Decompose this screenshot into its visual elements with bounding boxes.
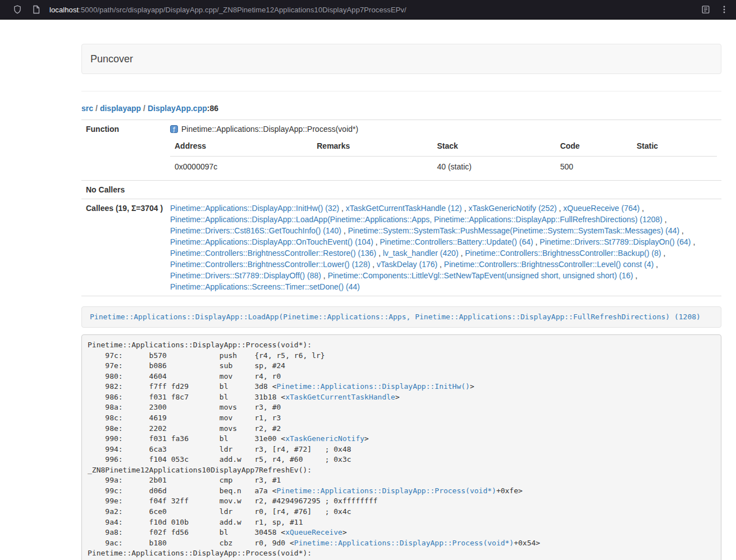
breadcrumb: src/displayapp/DisplayApp.cpp:86	[81, 104, 721, 113]
callee-link[interactable]: Pinetime::Controllers::BrightnessControl…	[170, 249, 376, 258]
callee-link[interactable]: Pinetime::Controllers::BrightnessControl…	[444, 260, 653, 269]
disassembly-symbol-link[interactable]: Pinetime::Applications::DisplayApp::Proc…	[294, 539, 514, 547]
callee-link[interactable]: xQueueReceive (764)	[563, 204, 639, 213]
menu-kebab-icon[interactable]	[719, 4, 729, 15]
disassembly-code: Pinetime::Applications::DisplayApp::Proc…	[81, 334, 721, 560]
stats-header-row: Address Remarks Stack Code Static	[170, 136, 717, 157]
callees-row: Callees (19, Σ=3704 ) Pinetime::Applicat…	[81, 199, 721, 296]
function-label: Function	[81, 120, 166, 181]
disassembly-symbol-link[interactable]: xTaskGenericNotify	[285, 434, 364, 443]
shield-icon[interactable]	[12, 4, 22, 15]
breadcrumb-separator: /	[141, 104, 148, 113]
callees-label: Callees (19, Σ=3704 )	[81, 199, 166, 296]
column-header-static: Static	[632, 136, 717, 157]
url-path: :5000/path/src/displayapp/DisplayApp.cpp…	[79, 6, 406, 14]
no-callers-value	[166, 181, 721, 199]
callee-link[interactable]: Pinetime::Drivers::St7789::DisplayOff() …	[170, 271, 321, 280]
callee-link[interactable]: Pinetime::Controllers::Battery::Update()…	[380, 237, 533, 246]
breadcrumb-link-displayapp[interactable]: displayapp	[100, 104, 141, 113]
callee-link[interactable]: Pinetime::Applications::DisplayApp::OnTo…	[170, 237, 373, 246]
disassembly-symbol-link[interactable]: Pinetime::Applications::DisplayApp::Init…	[277, 382, 470, 391]
callee-link[interactable]: lv_task_handler (420)	[383, 249, 459, 258]
no-callers-row: No Callers	[81, 181, 721, 199]
callee-link[interactable]: xTaskGetCurrentTaskHandle (12)	[346, 204, 462, 213]
app-title[interactable]: Puncover	[90, 53, 133, 65]
disassembly-symbol-link[interactable]: xQueueReceive	[285, 528, 342, 536]
callee-link[interactable]: vTaskDelay (176)	[377, 260, 437, 269]
disassembly-symbol-link[interactable]: xTaskGetCurrentTaskHandle	[285, 393, 395, 401]
callee-link[interactable]: Pinetime::System::SystemTask::PushMessag…	[348, 226, 680, 235]
function-table: Function ƒ Pinetime::Applications::Displ…	[81, 120, 721, 296]
selected-symbol-well: Pinetime::Applications::DisplayApp::Load…	[81, 306, 721, 328]
cell-stack: 40 (static)	[433, 157, 556, 177]
breadcrumb-line-number: :86	[207, 104, 218, 113]
function-stats-table: Address Remarks Stack Code Static 0x0000…	[170, 136, 717, 177]
function-symbol-icon: ƒ	[170, 125, 178, 133]
reader-mode-icon[interactable]	[701, 4, 711, 15]
breadcrumb-link-file[interactable]: DisplayApp.cpp	[148, 104, 207, 113]
cell-static	[632, 157, 717, 177]
app-navbar: Puncover	[81, 44, 721, 74]
cell-remarks	[312, 157, 432, 177]
page-info-icon[interactable]	[31, 4, 41, 15]
browser-toolbar: localhost:5000/path/src/displayapp/Displ…	[0, 0, 736, 20]
cell-address: 0x0000097c	[170, 157, 312, 177]
callee-link[interactable]: Pinetime::Controllers::BrightnessControl…	[170, 260, 370, 269]
column-header-remarks: Remarks	[312, 136, 432, 157]
divider	[81, 91, 721, 91]
url-host: localhost	[49, 6, 79, 14]
callee-link[interactable]: Pinetime::Applications::DisplayApp::Init…	[170, 204, 339, 213]
callees-list: Pinetime::Applications::DisplayApp::Init…	[166, 199, 721, 296]
function-signature-line: ƒ Pinetime::Applications::DisplayApp::Pr…	[170, 123, 717, 135]
page-content: Puncover src/displayapp/DisplayApp.cpp:8…	[81, 44, 721, 560]
table-row: 0x0000097c 40 (static) 500	[170, 157, 717, 177]
callee-link[interactable]: Pinetime::Drivers::Cst816S::GetTouchInfo…	[170, 226, 341, 235]
column-header-stack: Stack	[433, 136, 556, 157]
column-header-code: Code	[556, 136, 632, 157]
function-row: Function ƒ Pinetime::Applications::Displ…	[81, 120, 721, 181]
callee-link[interactable]: Pinetime::Applications::DisplayApp::Load…	[170, 215, 662, 224]
callee-link[interactable]: Pinetime::Drivers::St7789::DisplayOn() (…	[540, 237, 691, 246]
breadcrumb-separator: /	[93, 104, 100, 113]
callee-link[interactable]: Pinetime::Components::LittleVgl::SetNewT…	[328, 271, 633, 280]
svg-text:ƒ: ƒ	[172, 126, 176, 132]
selected-symbol-link[interactable]: Pinetime::Applications::DisplayApp::Load…	[90, 313, 701, 321]
column-header-address: Address	[170, 136, 312, 157]
disassembly-symbol-link[interactable]: Pinetime::Applications::DisplayApp::Proc…	[277, 486, 496, 495]
no-callers-label: No Callers	[81, 181, 166, 199]
browser-window: localhost:5000/path/src/displayapp/Displ…	[0, 0, 736, 560]
function-signature: Pinetime::Applications::DisplayApp::Proc…	[181, 123, 358, 135]
callee-link[interactable]: Pinetime::Applications::Screens::Timer::…	[170, 282, 360, 291]
callee-link[interactable]: Pinetime::Controllers::BrightnessControl…	[465, 249, 661, 258]
callee-link[interactable]: xTaskGenericNotify (252)	[468, 204, 556, 213]
breadcrumb-link-src[interactable]: src	[81, 104, 93, 113]
cell-code: 500	[556, 157, 632, 177]
url-bar[interactable]: localhost:5000/path/src/displayapp/Displ…	[49, 6, 692, 14]
